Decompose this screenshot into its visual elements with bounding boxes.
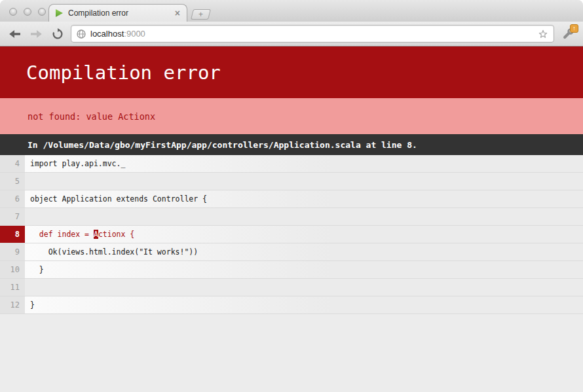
code-line-row: 5 xyxy=(0,173,583,190)
code-line: def index = Actionx { xyxy=(25,226,583,243)
browser-window: Compilation error × + xyxy=(0,0,583,392)
plus-icon: + xyxy=(198,11,203,18)
code-line xyxy=(25,173,583,190)
code-line-row: 12} xyxy=(0,296,583,314)
code-line-row: 11 xyxy=(0,279,583,296)
code-text: def index = xyxy=(30,230,94,239)
line-number: 6 xyxy=(0,190,25,207)
error-message: not found: value Actionx xyxy=(28,111,155,122)
back-button[interactable] xyxy=(6,26,23,43)
toolbar: localhost:9000 ↑ xyxy=(0,22,583,46)
code-line-row: 4import play.api.mvc._ xyxy=(0,155,583,173)
new-tab-button[interactable]: + xyxy=(191,9,211,20)
line-number: 4 xyxy=(0,155,25,172)
line-number: 8 xyxy=(0,226,25,243)
browser-tab[interactable]: Compilation error × xyxy=(48,4,187,22)
url-port: :9000 xyxy=(124,29,145,39)
error-location-bar: In /Volumes/Data/gbo/myFirstApp/app/cont… xyxy=(0,134,583,155)
code-text: ctionx { xyxy=(98,230,134,239)
tab-title: Compilation error xyxy=(68,9,174,18)
line-number: 10 xyxy=(0,261,25,278)
code-line-row: 9 Ok(views.html.index("It works!")) xyxy=(0,243,583,261)
source-code-listing: 4import play.api.mvc._56object Applicati… xyxy=(0,155,583,314)
error-marker: A xyxy=(94,230,98,239)
extension-update-badge[interactable]: ↑ xyxy=(570,24,578,33)
url-text[interactable]: localhost:9000 xyxy=(90,29,145,39)
reload-button[interactable] xyxy=(49,26,66,43)
close-tab-icon[interactable]: × xyxy=(174,9,181,18)
error-page-header: Compilation error xyxy=(0,46,583,98)
code-line: object Application extends Controller { xyxy=(25,190,583,207)
code-line: } xyxy=(25,261,583,278)
zoom-window-icon[interactable] xyxy=(38,8,46,16)
forward-arrow-icon xyxy=(30,29,43,39)
play-favicon-icon xyxy=(55,9,64,18)
url-host: localhost xyxy=(90,29,124,39)
code-line xyxy=(25,208,583,225)
error-page: Compilation error not found: value Actio… xyxy=(0,46,583,392)
page-title: Compilation error xyxy=(26,62,221,84)
minimize-window-icon[interactable] xyxy=(24,8,31,16)
address-bar[interactable]: localhost:9000 xyxy=(71,25,554,43)
code-line-row: 8 def index = Actionx { xyxy=(0,226,583,243)
back-arrow-icon xyxy=(9,29,21,39)
traffic-lights xyxy=(9,8,46,16)
reload-icon xyxy=(52,28,64,40)
code-line xyxy=(25,279,583,296)
error-location: In /Volumes/Data/gbo/myFirstApp/app/cont… xyxy=(28,140,417,150)
code-line: Ok(views.html.index("It works!")) xyxy=(25,243,583,260)
code-line: import play.api.mvc._ xyxy=(25,155,583,172)
code-line-row: 7 xyxy=(0,208,583,226)
error-message-bar: not found: value Actionx xyxy=(0,98,583,134)
line-number: 9 xyxy=(0,243,25,260)
line-number: 5 xyxy=(0,173,25,190)
code-line-row: 6object Application extends Controller { xyxy=(0,190,583,208)
line-number: 11 xyxy=(0,279,25,296)
line-number: 12 xyxy=(0,296,25,313)
globe-icon xyxy=(77,29,86,39)
bookmark-star-icon[interactable] xyxy=(538,29,548,39)
code-line-row: 10 } xyxy=(0,261,583,279)
forward-button[interactable] xyxy=(28,26,45,43)
settings-menu-button[interactable]: ↑ xyxy=(559,25,577,43)
code-line: } xyxy=(25,296,583,313)
titlebar: Compilation error × + xyxy=(0,0,583,22)
line-number: 7 xyxy=(0,208,25,225)
close-window-icon[interactable] xyxy=(9,8,17,16)
page-background xyxy=(0,314,583,392)
